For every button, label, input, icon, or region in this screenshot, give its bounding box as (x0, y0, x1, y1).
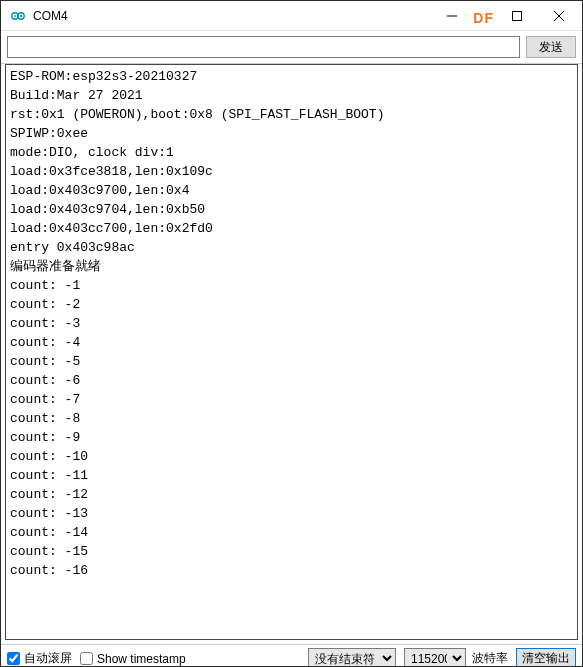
autoscroll-label: 自动滚屏 (24, 650, 72, 667)
send-button[interactable]: 发送 (526, 36, 576, 58)
window-controls: DF (431, 2, 580, 30)
console-output: ESP-ROM:esp32s3-20210327 Build:Mar 27 20… (6, 65, 577, 582)
console-output-wrap[interactable]: ESP-ROM:esp32s3-20210327 Build:Mar 27 20… (5, 64, 578, 640)
arduino-icon (9, 7, 27, 25)
timestamp-input[interactable] (80, 652, 93, 665)
maximize-button[interactable] (496, 2, 538, 30)
baud-select[interactable]: 115200 (404, 648, 466, 667)
window-title: COM4 (33, 9, 431, 23)
autoscroll-input[interactable] (7, 652, 20, 665)
clear-output-button[interactable]: 清空输出 (516, 648, 576, 667)
bottom-bar: 自动滚屏 Show timestamp 没有结束符 115200 波特率 清空输… (1, 644, 582, 667)
line-ending-select[interactable]: 没有结束符 (308, 648, 396, 667)
send-bar: 发送 (1, 31, 582, 64)
autoscroll-checkbox[interactable]: 自动滚屏 (7, 650, 72, 667)
timestamp-label: Show timestamp (97, 652, 186, 666)
timestamp-checkbox[interactable]: Show timestamp (80, 652, 186, 666)
baud-suffix: 波特率 (472, 650, 508, 667)
titlebar: COM4 DF (1, 1, 582, 31)
minimize-button[interactable] (431, 2, 473, 30)
svg-rect-6 (513, 11, 522, 20)
send-input[interactable] (7, 36, 520, 58)
close-button[interactable] (538, 2, 580, 30)
watermark: DF (473, 10, 494, 26)
